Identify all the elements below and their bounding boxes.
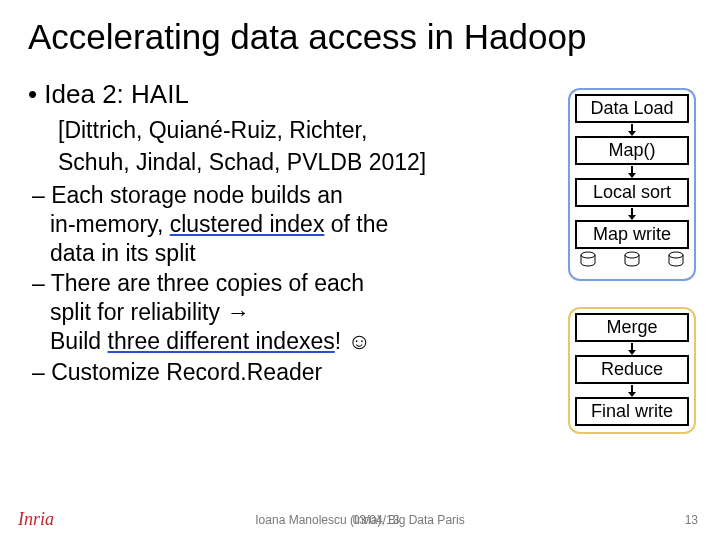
arrow-down-icon xyxy=(573,124,691,136)
stage-local-sort: Local sort xyxy=(575,178,689,207)
reduce-phase-group: Merge Reduce Final write xyxy=(568,307,696,434)
logo-inria: Inria xyxy=(18,509,54,530)
point-2: There are three copies of each split for… xyxy=(28,269,528,355)
citation-line2: Schuh, Jindal, Schad, PVLDB 2012] xyxy=(28,148,528,177)
disk-icon xyxy=(579,251,597,273)
p1-l2b: of the xyxy=(324,211,388,237)
stage-final-write: Final write xyxy=(575,397,689,426)
stage-map-write: Map write xyxy=(575,220,689,249)
page-number: 13 xyxy=(658,513,698,527)
stage-reduce: Reduce xyxy=(575,355,689,384)
bullet-idea: Idea 2: HAIL xyxy=(28,79,528,110)
map-phase-group: Data Load Map() Local sort Map write xyxy=(568,88,696,281)
p2-l3a: Build xyxy=(50,328,108,354)
p1-l2a: in-memory, xyxy=(50,211,170,237)
arrow-down-icon xyxy=(573,343,691,355)
point-3: Customize Record.Reader xyxy=(28,358,528,387)
p2-l1: There are three copies of each xyxy=(51,270,364,296)
disk-icons xyxy=(573,249,691,273)
svg-point-8 xyxy=(669,252,683,258)
p1-underline: clustered index xyxy=(170,211,325,237)
footer-author: Ioana Manolescu (Inria), Big Data Paris xyxy=(255,513,464,527)
stage-data-load: Data Load xyxy=(575,94,689,123)
arrow-down-icon xyxy=(573,385,691,397)
citation-line1: [Dittrich, Quiané-Ruiz, Richter, xyxy=(28,116,528,145)
p2-l3b: ! ☺ xyxy=(335,328,371,354)
stage-merge: Merge xyxy=(575,313,689,342)
disk-icon xyxy=(623,251,641,273)
svg-point-7 xyxy=(625,252,639,258)
p1-l1: Each storage node builds an xyxy=(51,182,343,208)
p2-l2: split for reliability → xyxy=(50,299,249,325)
disk-icon xyxy=(667,251,685,273)
point-1: Each storage node builds an in-memory, c… xyxy=(28,181,528,267)
p1-l3: data in its split xyxy=(50,240,196,266)
slide: Accelerating data access in Hadoop Idea … xyxy=(0,0,720,540)
slide-title: Accelerating data access in Hadoop xyxy=(28,18,692,57)
stage-map: Map() xyxy=(575,136,689,165)
flow-diagram: Data Load Map() Local sort Map write Mer… xyxy=(568,88,696,434)
arrow-down-icon xyxy=(573,166,691,178)
p2-underline: three different indexes xyxy=(108,328,335,354)
slide-body: Idea 2: HAIL [Dittrich, Quiané-Ruiz, Ric… xyxy=(28,79,692,387)
arrow-down-icon xyxy=(573,208,691,220)
svg-point-6 xyxy=(581,252,595,258)
slide-footer: Inria 03/04/13 Ioana Manolescu (Inria), … xyxy=(0,509,720,530)
content-left: Idea 2: HAIL [Dittrich, Quiané-Ruiz, Ric… xyxy=(28,79,528,387)
